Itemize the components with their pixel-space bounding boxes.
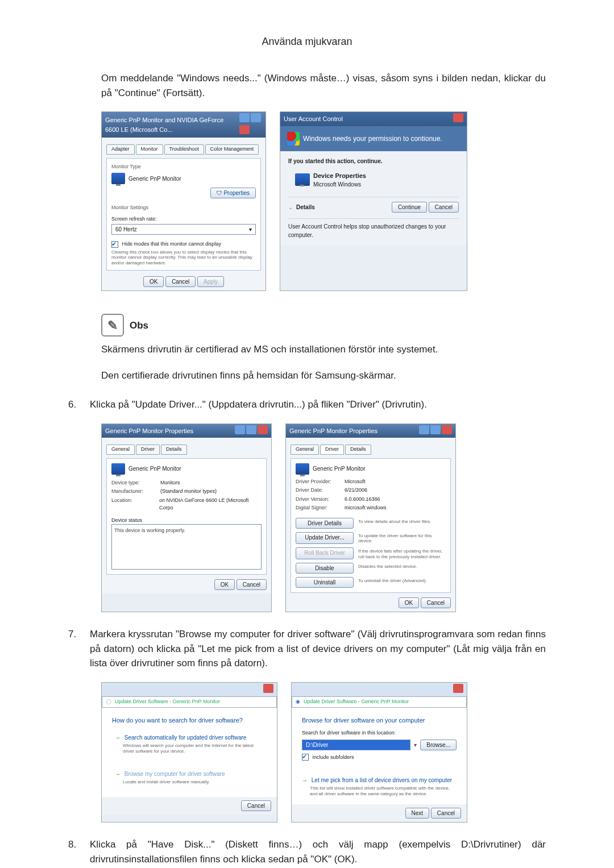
dialog-title: Generic PnP Monitor and NVIDIA GeForce 6… (105, 115, 238, 134)
update-driver-wizard-browse: ◉ Update Driver Software - Generic PnP M… (291, 682, 467, 823)
monitor-icon (111, 173, 125, 184)
next-button[interactable]: Next (405, 808, 430, 819)
tab-driver[interactable]: Driver (320, 445, 344, 455)
properties-button[interactable]: 🛡 Properties (210, 188, 256, 198)
refresh-rate-select[interactable]: 60 Hertz▾ (111, 224, 256, 235)
browse-button[interactable]: Browse... (420, 740, 457, 750)
cancel-button[interactable]: Cancel (431, 808, 461, 819)
tab-general[interactable]: General (291, 445, 319, 455)
ok-button[interactable]: OK (214, 579, 235, 590)
details-toggle[interactable]: Details (296, 203, 315, 211)
hide-modes-note: Clearing this check box allows you to se… (111, 250, 256, 266)
cancel-button[interactable]: Cancel (429, 202, 459, 213)
device-status-box: This device is working properly. (111, 524, 262, 570)
tab-troubleshoot[interactable]: Troubleshoot (164, 144, 204, 155)
hide-modes-label: Hide modes that this monitor cannot disp… (122, 241, 222, 247)
monitor-icon (296, 463, 309, 475)
chevron-down-icon: ▾ (249, 225, 252, 234)
include-subfolders-checkbox[interactable] (302, 754, 309, 761)
uac-headline: Windows needs your permission to contion… (303, 134, 442, 144)
driver-details-button[interactable]: Driver Details (296, 518, 354, 529)
tab-adapter[interactable]: Adapter (106, 144, 135, 155)
step-number: 8. (68, 837, 90, 866)
monitor-settings-label: Monitor Settings (111, 204, 256, 212)
device-name: Generic PnP Monitor (313, 464, 366, 473)
device-properties-driver: Generic PnP Monitor Properties General D… (285, 423, 456, 612)
screenshot-pair-1: Generic PnP Monitor and NVIDIA GeForce 6… (101, 111, 546, 291)
window-buttons (238, 113, 262, 136)
update-driver-button[interactable]: Update Driver... (296, 532, 354, 544)
uac-item-publisher: Microsoft Windows (313, 180, 366, 189)
continue-button[interactable]: Continue (392, 202, 427, 213)
tab-colormgmt[interactable]: Color Management (205, 144, 259, 155)
close-icon[interactable] (453, 684, 463, 693)
uninstall-button[interactable]: Uninstall (296, 577, 354, 588)
uac-footer: User Account Control helps stop unauthor… (288, 218, 459, 239)
tab-driver[interactable]: Driver (136, 445, 160, 455)
wizard-heading: How do you want to search for driver sof… (112, 716, 267, 725)
wizard-heading: Browse for driver software on your compu… (302, 716, 457, 725)
note-icon: ✎ (101, 314, 124, 337)
apply-button[interactable]: Apply (197, 276, 224, 287)
step-text: Markera kryssrutan "Browse my computer f… (90, 627, 546, 671)
hide-modes-checkbox[interactable] (111, 241, 118, 248)
breadcrumb: Update Driver Software - Generic PnP Mon… (115, 698, 220, 706)
obs-label: Obs (130, 318, 148, 333)
refresh-rate-label: Screen refresh rate: (111, 215, 256, 223)
monitor-type-label: Monitor Type (111, 163, 256, 171)
cancel-button[interactable]: Cancel (421, 597, 451, 608)
page-title: Använda mjukvaran (68, 34, 546, 55)
chevron-down-icon[interactable]: ⌄ (288, 203, 293, 211)
cancel-button[interactable]: Cancel (165, 276, 196, 287)
arrow-icon: → (115, 771, 121, 777)
screenshot-pair-3: ◯ Update Driver Software - Generic PnP M… (101, 682, 546, 823)
shield-icon (287, 132, 300, 146)
include-subfolders-label: Include subfolders (313, 754, 354, 760)
monitor-properties-dialog: Generic PnP Monitor and NVIDIA GeForce 6… (101, 111, 266, 291)
uac-started-label: If you started this action, continue. (288, 157, 459, 165)
monitor-icon (111, 463, 125, 475)
option-search-auto[interactable]: → Search automatically for updated drive… (112, 729, 267, 758)
device-icon (295, 173, 310, 186)
chevron-down-icon[interactable]: ▾ (414, 741, 417, 749)
back-icon[interactable]: ◯ (106, 698, 111, 706)
option-let-me-pick[interactable]: → Let me pick from a list of device driv… (302, 776, 457, 796)
update-driver-wizard-search: ◯ Update Driver Software - Generic PnP M… (101, 682, 277, 823)
intro-paragraph: Om meddelande "Windows needs..." (Window… (101, 71, 546, 100)
breadcrumb: Update Driver Software - Generic PnP Mon… (304, 698, 409, 706)
arrow-icon: → (302, 777, 308, 783)
dialog-title: User Account Control (284, 114, 343, 124)
obs-paragraph-1: Skärmens drivrutin är certifierad av MS … (101, 342, 546, 357)
ok-button[interactable]: OK (143, 276, 164, 287)
disable-button[interactable]: Disable (296, 563, 354, 574)
search-location-label: Search for driver software in this locat… (302, 729, 457, 737)
arrow-icon: → (115, 734, 121, 741)
device-properties-general: Generic PnP Monitor Properties General D… (101, 423, 272, 612)
back-icon[interactable]: ◉ (296, 698, 300, 706)
ok-button[interactable]: OK (399, 597, 419, 608)
path-input[interactable]: D:\Driver (302, 740, 410, 750)
step-text: Klicka på "Have Disk..." (Diskett finns…… (90, 837, 546, 866)
obs-paragraph-2: Den certifierade drivrutinen finns på he… (101, 368, 546, 383)
tab-general[interactable]: General (106, 445, 135, 455)
option-browse-computer[interactable]: → Browse my computer for driver software… (112, 766, 267, 789)
dialog-title: Generic PnP Monitor Properties (105, 426, 193, 436)
step-number: 6. (68, 397, 90, 412)
close-icon[interactable] (263, 684, 273, 693)
uac-dialog: User Account Control Windows needs your … (280, 111, 467, 291)
device-name: Generic PnP Monitor (128, 464, 181, 473)
tab-monitor[interactable]: Monitor (136, 144, 163, 155)
cancel-button[interactable]: Cancel (241, 800, 271, 811)
rollback-driver-button[interactable]: Roll Back Driver (296, 547, 354, 559)
device-status-label: Device status (111, 517, 262, 525)
step-number: 7. (68, 627, 90, 671)
tab-details[interactable]: Details (161, 445, 187, 455)
step-text: Klicka på "Update Driver..." (Uppdatera … (90, 397, 546, 412)
screenshot-pair-2: Generic PnP Monitor Properties General D… (101, 423, 546, 612)
monitor-name: Generic PnP Monitor (128, 175, 181, 183)
cancel-button[interactable]: Cancel (237, 579, 267, 590)
dialog-title: Generic PnP Monitor Properties (289, 426, 377, 436)
close-icon[interactable] (453, 113, 463, 122)
uac-item-title: Device Properties (313, 171, 366, 181)
tab-details[interactable]: Details (345, 445, 371, 455)
